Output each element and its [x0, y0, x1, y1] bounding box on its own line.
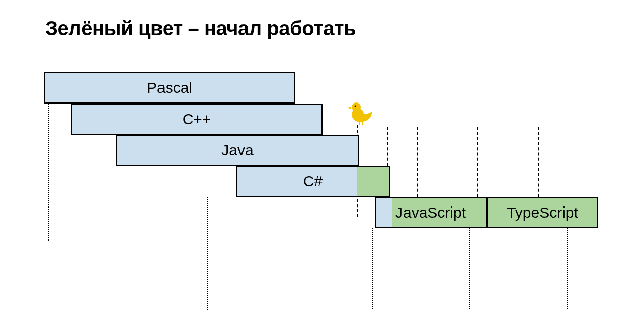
bar-label: C++ — [183, 111, 211, 128]
svg-point-0 — [352, 102, 361, 112]
dashline-3 — [417, 127, 418, 197]
slide-root: Зелёный цвет – начал работать Pascal C++… — [0, 0, 644, 310]
timeline-chart: Pascal C++ Java C# JavaScript TypeScript — [48, 72, 599, 268]
svg-rect-2 — [362, 122, 363, 125]
bar-js: JavaScript — [375, 197, 487, 228]
gridline-2014 — [372, 228, 373, 310]
gridline-2020 — [567, 228, 568, 310]
gridline-2009 — [207, 197, 208, 310]
dashline-4 — [477, 127, 478, 197]
bar-label: Pascal — [147, 79, 192, 96]
bar-label: TypeScript — [507, 204, 578, 221]
bar-pascal: Pascal — [44, 72, 295, 104]
page-title: Зелёный цвет – начал работать — [45, 17, 599, 40]
bar-cpp: C++ — [71, 104, 323, 135]
duck-icon — [347, 100, 374, 128]
dashline-5 — [538, 127, 539, 197]
svg-point-3 — [355, 106, 356, 107]
bar-ts: TypeScript — [487, 197, 598, 228]
gridline-2017 — [469, 228, 470, 310]
bar-csharp-working — [357, 167, 389, 196]
bar-label: C# — [303, 173, 323, 190]
bar-java: Java — [116, 135, 359, 166]
svg-rect-1 — [359, 122, 360, 125]
bar-label: JavaScript — [395, 204, 466, 221]
bar-label: Java — [221, 142, 253, 159]
bar-csharp: C# — [236, 166, 390, 197]
